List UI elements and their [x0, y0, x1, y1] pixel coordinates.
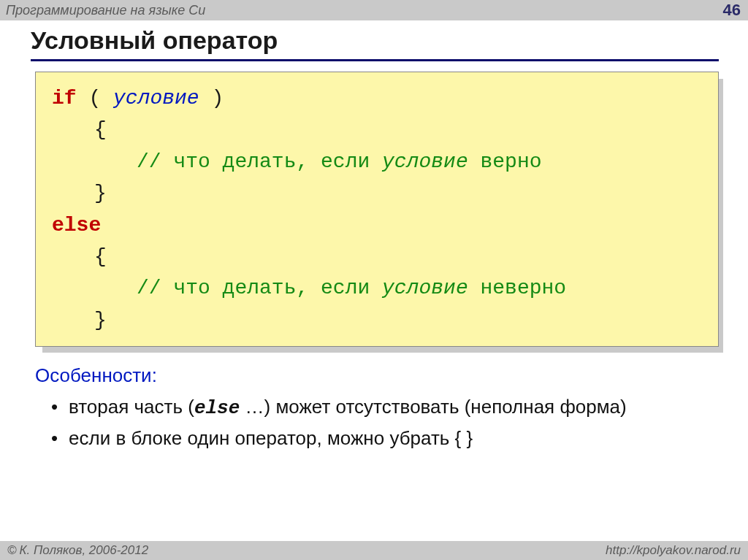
comment-true: // что делать, если условие верно	[52, 146, 542, 177]
copyright-icon: ©	[7, 543, 17, 558]
brace-open-1: {	[52, 114, 107, 145]
header-subject: Программирование на языке Си	[6, 3, 205, 18]
code-line-3: // что делать, если условие верно	[52, 146, 702, 177]
notes-item-2: если в блоке один оператор, можно убрать…	[51, 424, 719, 453]
code-line-6: {	[52, 241, 702, 272]
page-number: 46	[723, 1, 741, 20]
footer-bar: ©К. Поляков, 2006-2012 http://kpolyakov.…	[0, 541, 748, 560]
code-line-8: }	[52, 304, 702, 336]
keyword-if: if	[52, 87, 77, 110]
condition-word: условие	[113, 87, 199, 110]
title-underline	[31, 59, 719, 61]
slide-title: Условный оператор	[31, 26, 719, 59]
else-inline: else	[194, 397, 240, 419]
header-bar: Программирование на языке Си 46	[0, 0, 748, 20]
code-line-7: // что делать, если условие неверно	[52, 272, 702, 304]
notes-list: вторая часть (else …) может отсутствоват…	[35, 393, 719, 453]
code-line-1: if ( условие )	[52, 83, 702, 114]
brace-open-2: {	[52, 241, 107, 272]
footer-url: http://kpolyakov.narod.ru	[606, 543, 741, 558]
code-box: if ( условие ) { // что делать, если усл…	[35, 72, 719, 347]
code-block: if ( условие ) { // что делать, если усл…	[35, 72, 719, 347]
code-line-5: else	[52, 210, 702, 241]
code-line-4: }	[52, 177, 702, 209]
footer-copyright: ©К. Поляков, 2006-2012	[7, 543, 148, 558]
notes-section: Особенности: вторая часть (else …) может…	[31, 361, 719, 453]
paren-open: (	[77, 87, 113, 110]
notes-heading: Особенности:	[35, 361, 719, 390]
paren-close: )	[199, 87, 224, 110]
comment-false: // что делать, если условие неверно	[52, 272, 566, 304]
code-line-2: {	[52, 114, 702, 145]
brace-close-1: }	[52, 177, 107, 209]
notes-item-1: вторая часть (else …) может отсутствоват…	[51, 393, 719, 423]
brace-close-2: }	[52, 304, 107, 336]
keyword-else: else	[52, 214, 101, 237]
slide-content: Условный оператор if ( условие ) { // чт…	[0, 20, 748, 453]
